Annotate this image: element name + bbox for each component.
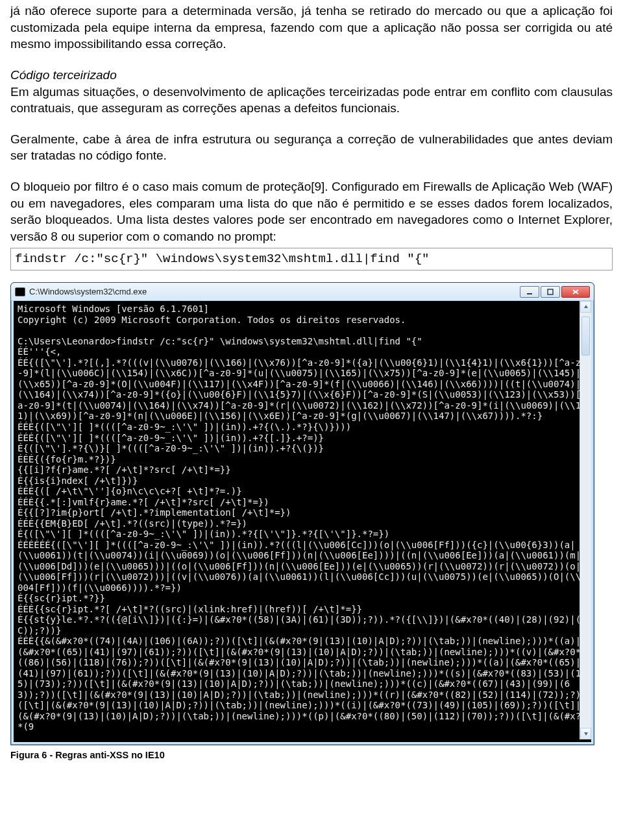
scroll-up-button[interactable] (580, 301, 591, 313)
scroll-track[interactable] (580, 313, 591, 728)
svg-rect-1 (548, 289, 553, 294)
chevron-up-icon (583, 304, 589, 309)
svg-marker-5 (584, 732, 588, 736)
maximize-icon (547, 289, 554, 295)
cmd-icon (15, 287, 25, 296)
close-button[interactable] (561, 286, 590, 298)
paragraph-3: Geralmente, cabe à área de infra estrutu… (10, 131, 613, 164)
subheading-codigo-terceirizado: Código terceirizado (10, 68, 117, 82)
code-command-line: findstr /c:"sc{r}" \windows\system32\msh… (10, 248, 613, 271)
paragraph-1: já não oferece suporte para a determinad… (10, 3, 613, 53)
svg-marker-4 (584, 305, 588, 308)
scroll-down-button[interactable] (580, 728, 591, 739)
minimize-button[interactable] (520, 286, 539, 298)
cmd-scrollbar[interactable] (580, 301, 591, 739)
window-buttons (519, 286, 590, 298)
cmd-window: C:\Windows\system32\cmd.exe Microsoft Wi… (10, 282, 594, 745)
close-icon (572, 289, 580, 295)
maximize-button[interactable] (541, 286, 560, 298)
paragraph-2: Código terceirizado Em algumas situações… (10, 67, 613, 117)
scroll-thumb[interactable] (581, 317, 590, 355)
paragraph-2-body: Em algumas situações, o desenvolvimento … (10, 85, 613, 115)
cmd-titlebar: C:\Windows\system32\cmd.exe (11, 283, 594, 301)
chevron-down-icon (583, 731, 589, 736)
figure-caption: Figura 6 - Regras anti-XSS no IE10 (10, 749, 613, 762)
cmd-window-title: C:\Windows\system32\cmd.exe (29, 286, 519, 298)
cmd-output: Microsoft Windows [versão 6.1.7601] Copy… (14, 301, 591, 742)
svg-rect-0 (527, 293, 532, 294)
paragraph-4: O bloqueio por filtro é o caso mais comu… (10, 178, 613, 245)
minimize-icon (526, 289, 533, 295)
